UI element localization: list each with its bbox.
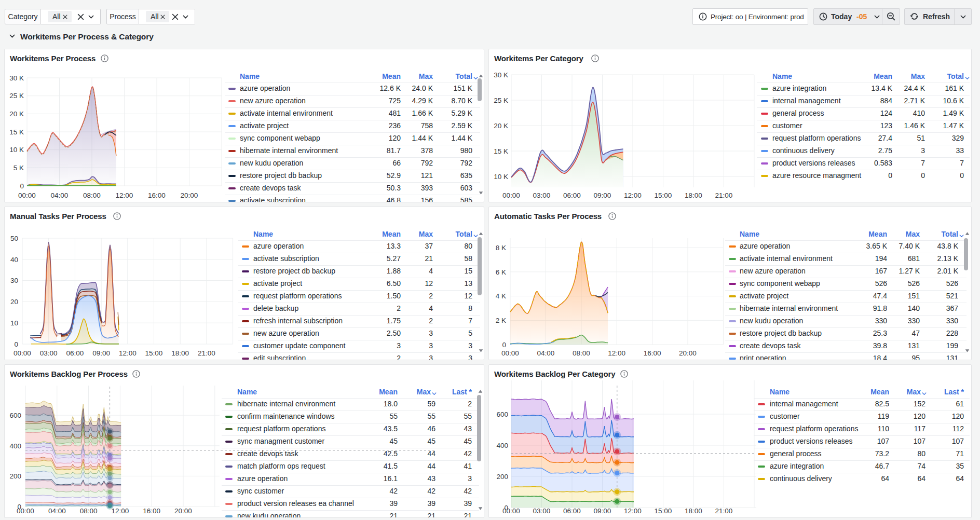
svg-text:03:00: 03:00 <box>533 507 551 515</box>
svg-text:400: 400 <box>496 442 508 449</box>
svg-text:50: 50 <box>10 235 18 242</box>
svg-text:00:00: 00:00 <box>18 191 36 199</box>
svg-text:21:00: 21:00 <box>198 349 215 357</box>
svg-text:25 K: 25 K <box>494 97 508 104</box>
svg-text:16:00: 16:00 <box>143 507 160 515</box>
svg-text:2 K: 2 K <box>496 317 506 324</box>
svg-text:03:00: 03:00 <box>533 191 551 199</box>
svg-text:00:00: 00:00 <box>17 507 34 515</box>
svg-text:21:00: 21:00 <box>715 191 733 199</box>
svg-text:20:00: 20:00 <box>174 507 192 515</box>
svg-text:06:00: 06:00 <box>563 191 581 199</box>
svg-text:09:00: 09:00 <box>594 191 611 199</box>
svg-text:20 K: 20 K <box>9 110 24 118</box>
svg-text:15:00: 15:00 <box>655 191 672 199</box>
svg-text:12:00: 12:00 <box>624 191 642 199</box>
svg-text:04:00: 04:00 <box>48 507 66 515</box>
svg-text:20 K: 20 K <box>494 122 508 130</box>
svg-text:10 K: 10 K <box>9 146 24 154</box>
svg-text:09:00: 09:00 <box>92 349 110 357</box>
svg-text:15:00: 15:00 <box>655 507 672 515</box>
svg-text:16:00: 16:00 <box>148 191 166 199</box>
svg-text:30 K: 30 K <box>9 74 24 82</box>
svg-text:15 K: 15 K <box>9 128 24 136</box>
svg-text:200: 200 <box>496 473 508 481</box>
svg-text:18:00: 18:00 <box>171 349 189 357</box>
svg-text:12:00: 12:00 <box>116 191 133 199</box>
svg-text:08:00: 08:00 <box>573 349 590 357</box>
svg-text:200: 200 <box>9 472 21 480</box>
svg-text:12:00: 12:00 <box>624 507 642 515</box>
svg-text:8 K: 8 K <box>496 244 506 252</box>
svg-text:00:00: 00:00 <box>501 349 519 357</box>
svg-text:21:00: 21:00 <box>715 507 733 515</box>
svg-text:15 K: 15 K <box>494 147 508 155</box>
svg-text:25 K: 25 K <box>9 92 24 100</box>
svg-text:00:00: 00:00 <box>13 349 31 357</box>
svg-text:0: 0 <box>502 341 506 349</box>
svg-text:0: 0 <box>14 340 18 348</box>
svg-text:6 K: 6 K <box>496 268 506 276</box>
svg-text:15:00: 15:00 <box>145 349 163 357</box>
svg-text:09:00: 09:00 <box>594 507 611 515</box>
svg-text:600: 600 <box>496 410 508 418</box>
svg-text:10 K: 10 K <box>494 173 508 181</box>
svg-text:600: 600 <box>9 412 21 419</box>
svg-text:20: 20 <box>10 298 18 306</box>
svg-text:08:00: 08:00 <box>83 191 101 199</box>
svg-text:00:00: 00:00 <box>502 191 520 199</box>
svg-text:30: 30 <box>10 277 18 284</box>
svg-text:20:00: 20:00 <box>181 191 198 199</box>
svg-text:06:00: 06:00 <box>563 507 581 515</box>
svg-text:12:00: 12:00 <box>119 349 137 357</box>
svg-text:12:00: 12:00 <box>112 507 129 515</box>
svg-text:04:00: 04:00 <box>51 191 69 199</box>
svg-text:5 K: 5 K <box>13 164 24 172</box>
svg-text:00:00: 00:00 <box>502 507 520 515</box>
svg-text:10: 10 <box>10 319 18 327</box>
svg-text:18:00: 18:00 <box>685 507 702 515</box>
svg-text:03:00: 03:00 <box>40 349 58 357</box>
svg-text:40: 40 <box>10 256 18 264</box>
svg-text:400: 400 <box>9 442 21 450</box>
svg-text:12:00: 12:00 <box>608 349 625 357</box>
svg-text:20:00: 20:00 <box>679 349 697 357</box>
svg-text:08:00: 08:00 <box>80 507 98 515</box>
svg-text:06:00: 06:00 <box>66 349 84 357</box>
svg-text:16:00: 16:00 <box>644 349 661 357</box>
svg-text:18:00: 18:00 <box>685 191 702 199</box>
svg-text:30 K: 30 K <box>494 71 508 79</box>
svg-text:04:00: 04:00 <box>537 349 555 357</box>
svg-text:4 K: 4 K <box>496 292 506 300</box>
svg-text:0: 0 <box>20 182 24 190</box>
